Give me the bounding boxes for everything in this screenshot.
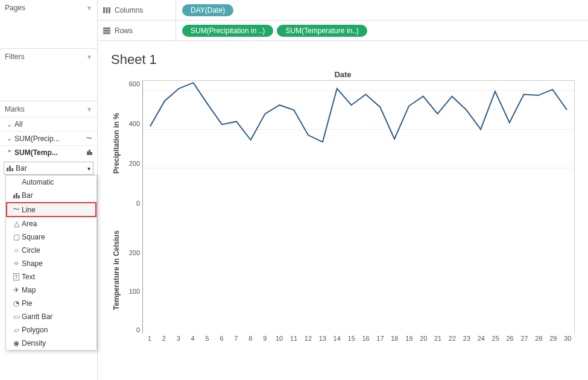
option-label: Text — [22, 273, 35, 281]
y-axis-title-precip: Precipitation in % — [111, 80, 122, 207]
text-icon: T — [11, 273, 22, 280]
y-axis-title-temp: Temperature in Celsius — [111, 207, 122, 334]
svg-rect-5 — [103, 32, 110, 34]
y-axis-ticks: 6004002000 — [122, 80, 142, 207]
mark-type-option-area[interactable]: △Area — [6, 217, 96, 230]
sheet-area: Sheet 1 Date Precipitation in % 60040020… — [98, 41, 588, 380]
shape-icon: ✧ — [11, 259, 22, 268]
mark-type-option-density[interactable]: ◉Density — [6, 337, 96, 350]
chevron-up-icon: ⌃ — [5, 149, 13, 157]
density-icon: ◉ — [11, 339, 22, 347]
bar-icon — [83, 149, 92, 156]
chevron-down-icon: ▼ — [86, 106, 92, 113]
main-area: Columns DAY(Date) Rows SUM(Precipitation… — [98, 0, 588, 380]
area-icon: △ — [11, 220, 22, 228]
rows-icon — [103, 27, 111, 35]
polygon-icon: ▱ — [11, 326, 22, 334]
marks-card-all[interactable]: ⌄ All — [0, 117, 97, 131]
rows-pill-precip[interactable]: SUM(Precipitation in ..) — [182, 25, 273, 37]
bar-icon — [11, 193, 22, 198]
y-axis-ticks: 2001000 — [122, 207, 142, 334]
svg-rect-4 — [103, 30, 110, 31]
chevron-down-icon: ⌄ — [5, 121, 13, 128]
option-label: Pie — [22, 299, 32, 308]
mark-type-option-automatic[interactable]: Automatic — [6, 176, 96, 189]
mark-type-option-map[interactable]: ✈Map — [6, 283, 96, 297]
mark-type-value: Bar — [16, 164, 27, 173]
temperature-chart[interactable]: Temperature in Celsius 2001000 — [111, 207, 575, 334]
rows-shelf-label: Rows — [98, 21, 176, 40]
bar-chart-area — [143, 207, 574, 334]
left-sidebar: Pages ▼ Filters ▼ Marks ▼ ⌄ All ⌄ — [0, 0, 98, 380]
chevron-down-icon: ▼ — [86, 5, 92, 11]
pages-panel-header[interactable]: Pages ▼ — [0, 0, 97, 16]
precipitation-chart[interactable]: Precipitation in % 6004002000 — [111, 80, 575, 207]
svg-rect-3 — [103, 27, 110, 29]
pages-panel: Pages ▼ — [0, 0, 97, 49]
mark-type-option-text[interactable]: TText — [6, 270, 96, 283]
pages-label: Pages — [5, 4, 25, 12]
option-label: Shape — [22, 259, 43, 268]
option-label: Square — [22, 233, 45, 241]
line-icon: 〜 — [83, 134, 92, 143]
mark-type-option-shape[interactable]: ✧Shape — [6, 257, 96, 270]
bar-plot — [142, 207, 575, 334]
line-plot — [142, 80, 575, 207]
pie-icon: ◔ — [11, 299, 22, 308]
chart-container: Date Precipitation in % 6004002000 Tempe… — [111, 70, 575, 378]
chevron-down-icon: ▼ — [86, 54, 92, 60]
marks-card-precip[interactable]: ⌄ SUM(Precip... 〜 — [0, 131, 97, 145]
marks-card-label: SUM(Precip... — [14, 135, 83, 143]
mark-type-option-pie[interactable]: ◔Pie — [6, 297, 96, 310]
marks-label: Marks — [5, 105, 25, 113]
chevron-down-icon: ⌄ — [5, 135, 13, 142]
mark-type-option-polygon[interactable]: ▱Polygon — [6, 323, 96, 337]
filters-label: Filters — [5, 52, 25, 61]
mark-type-option-bar[interactable]: Bar — [6, 189, 96, 202]
x-axis-ticks: 1234567891011121314151617181920212223242… — [111, 335, 575, 342]
rows-shelf[interactable]: Rows SUM(Precipitation in ..) SUM(Temper… — [98, 21, 588, 41]
option-label: Area — [22, 220, 37, 228]
marks-panel: Marks ▼ ⌄ All ⌄ SUM(Precip... 〜 ⌃ SUM(Te… — [0, 101, 97, 175]
option-label: Bar — [22, 191, 33, 200]
columns-shelf[interactable]: Columns DAY(Date) — [98, 0, 588, 21]
option-label: Density — [22, 339, 46, 347]
mark-type-option-gantt-bar[interactable]: ▭Gantt Bar — [6, 310, 96, 323]
option-label: Line — [22, 206, 36, 214]
filters-panel: Filters ▼ — [0, 49, 97, 101]
marks-card-temp[interactable]: ⌃ SUM(Temp... — [0, 145, 97, 159]
option-label: Map — [22, 286, 36, 294]
svg-rect-0 — [103, 7, 105, 13]
svg-rect-2 — [109, 7, 110, 13]
rows-pill-temp[interactable]: SUM(Temperature in..) — [277, 25, 367, 37]
marks-card-label: All — [14, 120, 83, 128]
gantt-icon: ▭ — [11, 312, 22, 321]
columns-pill-day-date[interactable]: DAY(Date) — [182, 4, 233, 16]
mark-type-option-line[interactable]: 〜Line — [6, 202, 96, 217]
sheet-title[interactable]: Sheet 1 — [111, 52, 575, 68]
x-axis-title: Date — [111, 70, 575, 79]
mark-type-dropdown[interactable]: AutomaticBar〜Line△Area▢Square○Circle✧Sha… — [5, 175, 97, 350]
mark-type-selector[interactable]: Bar ▾ — [4, 162, 93, 175]
filters-panel-header[interactable]: Filters ▼ — [0, 49, 97, 65]
option-label: Circle — [22, 246, 40, 255]
line-chart-svg — [143, 81, 574, 207]
option-label: Automatic — [22, 178, 54, 186]
option-label: Gantt Bar — [22, 312, 52, 321]
option-label: Polygon — [22, 326, 48, 334]
dropdown-arrow-icon: ▾ — [87, 165, 90, 172]
marks-card-label: SUM(Temp... — [14, 148, 83, 157]
mark-type-option-circle[interactable]: ○Circle — [6, 244, 96, 257]
line-icon: 〜 — [11, 204, 22, 215]
columns-shelf-label: Columns — [98, 0, 176, 20]
columns-icon — [103, 6, 111, 14]
marks-panel-header[interactable]: Marks ▼ — [0, 101, 97, 117]
bar-icon — [7, 166, 13, 171]
svg-rect-1 — [106, 7, 108, 13]
map-icon: ✈ — [11, 286, 22, 294]
circle-icon: ○ — [11, 246, 22, 255]
mark-type-option-square[interactable]: ▢Square — [6, 230, 96, 244]
square-icon: ▢ — [11, 233, 22, 241]
